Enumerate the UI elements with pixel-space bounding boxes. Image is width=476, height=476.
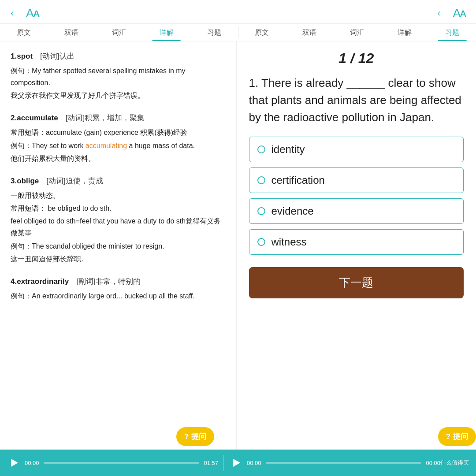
example-oblige-cn: 这一丑闻迫使部长辞职。: [11, 253, 226, 265]
radio-identity[interactable]: [257, 145, 265, 153]
play-button-left[interactable]: [7, 456, 20, 469]
time-start-right: 00:00: [247, 460, 261, 466]
word-entry-spot: 1.spot [动词]认出 例句：My father spotted sever…: [11, 50, 226, 101]
option-label-certification: certification: [271, 174, 325, 186]
word-pos-1: [动词]认出: [40, 52, 74, 60]
word-term-3: oblige: [17, 177, 39, 185]
tab-left-yuanwen[interactable]: 原文: [0, 24, 48, 41]
word-pos-4: [副词]非常，特别的: [76, 277, 140, 286]
word-title-4: 4.extraordinarily [副词]非常，特别的: [11, 275, 226, 288]
option-identity[interactable]: identity: [249, 137, 464, 162]
option-evidence[interactable]: evidence: [249, 198, 464, 224]
radio-certification[interactable]: [257, 176, 265, 184]
example-accumulate-en: 例句：They set to work accumulating a huge …: [11, 140, 226, 152]
tab-right-shuangyu[interactable]: 双语: [286, 24, 333, 41]
option-label-identity: identity: [271, 143, 305, 156]
example-extraordinarily-en: 例句：An extraordinarily large ord... bucke…: [11, 290, 226, 302]
brand-label: 什么值得买: [440, 459, 469, 467]
radio-evidence[interactable]: [257, 207, 265, 215]
play-icon-left: [11, 459, 18, 467]
word-term-1: spot: [17, 52, 33, 60]
example-oblige-en: 例句：The scandal obliged the minister to r…: [11, 240, 226, 252]
player-right: 00:00 00:00: [229, 456, 440, 469]
tab-left-xiti[interactable]: 习题: [190, 24, 238, 41]
tab-left-cihui[interactable]: 词汇: [95, 24, 143, 41]
word-number-4: 4.: [11, 277, 17, 286]
option-witness[interactable]: witness: [249, 229, 464, 255]
top-bar-right: ‹ Aᴀ: [238, 6, 465, 20]
option-certification[interactable]: certification: [249, 167, 464, 193]
play-button-right[interactable]: [229, 456, 242, 469]
bottom-bar: 00:00 01:57 00:00 00:00 什么值得买: [0, 450, 476, 476]
phrase-oblige-1: 常用短语： be obliged to do sth.: [11, 202, 226, 214]
top-bar-left: ‹ Aᴀ: [11, 6, 238, 20]
tab-right-yuanwen[interactable]: 原文: [238, 24, 286, 41]
word-title-3: 3.oblige [动词]迫使，责成: [11, 175, 226, 188]
back-chevron-right[interactable]: ‹: [437, 7, 440, 19]
radio-witness[interactable]: [257, 238, 265, 246]
word-number-2: 2.: [11, 114, 17, 122]
word-term-4: extraordinarily: [17, 277, 69, 286]
tab-right-cihui[interactable]: 词汇: [333, 24, 381, 41]
tab-left-xiangjie[interactable]: 详解: [143, 24, 190, 41]
tab-right-xiti[interactable]: 习题: [428, 24, 476, 41]
top-bar: ‹ Aᴀ ‹ Aᴀ: [0, 0, 476, 24]
help-label-left: 提问: [191, 431, 206, 442]
question-counter: 1 / 12: [249, 50, 464, 67]
example-spot-cn: 我父亲在我作文里发现了好几个拼字错误。: [11, 89, 226, 101]
progress-bar-left[interactable]: [44, 462, 200, 464]
option-label-witness: witness: [271, 236, 307, 248]
options-list: identity certification evidence witness: [249, 137, 464, 255]
word-title-2: 2.accumulate [动词]积累，增加，聚集: [11, 112, 226, 125]
left-panel: 1.spot [动词]认出 例句：My father spotted sever…: [0, 41, 237, 450]
phrase-oblige-2: feel obliged to do sth=feel that you hav…: [11, 215, 226, 239]
word-pos-3: [动词]迫使，责成: [46, 177, 103, 185]
help-icon-right: ?: [446, 432, 450, 441]
next-question-button[interactable]: 下一题: [249, 267, 464, 298]
nav-tabs-right: 原文 双语 词汇 详解 习题: [238, 24, 476, 41]
help-label-right: 提问: [453, 431, 468, 442]
font-size-right[interactable]: Aᴀ: [453, 6, 465, 20]
help-icon-left: ?: [184, 432, 189, 441]
question-text: 1. There is already ______ clear to show…: [249, 74, 464, 126]
word-entry-extraordinarily: 4.extraordinarily [副词]非常，特别的 例句：An extra…: [11, 275, 226, 302]
help-button-left[interactable]: ? 提问: [176, 427, 214, 446]
tab-right-xiangjie[interactable]: 详解: [381, 24, 428, 41]
word-number-1: 1.: [11, 52, 17, 60]
progress-bar-right[interactable]: [266, 462, 422, 464]
example-accumulate-cn: 他们开始累积大量的资料。: [11, 152, 226, 164]
back-chevron-left[interactable]: ‹: [11, 7, 14, 19]
highlight-accumulating: accumulating: [86, 142, 127, 149]
time-end-right: 00:00: [426, 460, 440, 466]
time-start-left: 00:00: [25, 460, 39, 466]
phrase-accumulate: 常用短语：accumulate (gain) experience 积累(获得)…: [11, 126, 226, 138]
word-number-3: 3.: [11, 177, 17, 185]
word-entry-accumulate: 2.accumulate [动词]积累，增加，聚集 常用短语：accumulat…: [11, 112, 226, 164]
font-size-left[interactable]: Aᴀ: [26, 6, 38, 20]
option-label-evidence: evidence: [271, 205, 314, 217]
tab-left-shuangyu[interactable]: 双语: [48, 24, 95, 41]
time-end-left: 01:57: [204, 460, 218, 466]
help-button-right[interactable]: ? 提问: [438, 427, 476, 446]
main-content: 1.spot [动词]认出 例句：My father spotted sever…: [0, 41, 476, 450]
nav-tabs: 原文 双语 词汇 详解 习题 原文 双语 词汇 详解 习题: [0, 24, 476, 41]
word-term-2: accumulate: [17, 114, 58, 122]
player-divider: [223, 455, 224, 471]
nav-tabs-left: 原文 双语 词汇 详解 习题: [0, 24, 238, 41]
right-panel: 1 / 12 1. There is already ______ clear …: [237, 41, 476, 450]
word-title-1: 1.spot [动词]认出: [11, 50, 226, 63]
play-icon-right: [233, 459, 240, 467]
example-spot-en: 例句：My father spotted several spelling mi…: [11, 65, 226, 89]
word-entry-oblige: 3.oblige [动词]迫使，责成 一般用被动态。 常用短语： be obli…: [11, 175, 226, 265]
player-left: 00:00 01:57: [7, 456, 218, 469]
oblige-passive: 一般用被动态。: [11, 190, 226, 201]
word-pos-2: [动词]积累，增加，聚集: [66, 114, 145, 122]
